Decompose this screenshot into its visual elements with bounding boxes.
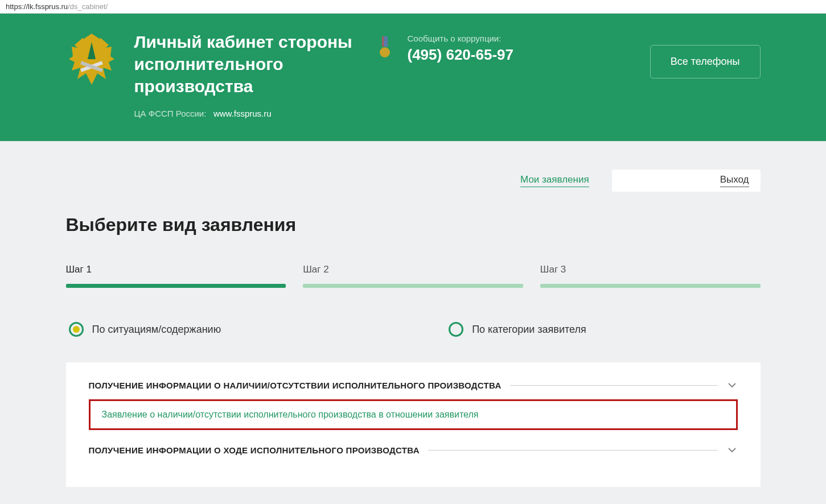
my-applications-link[interactable]: Мои заявления: [520, 174, 589, 187]
radio-icon: [449, 322, 463, 337]
step-label: Шаг 3: [540, 264, 761, 275]
chevron-down-icon: [726, 379, 738, 391]
fssp-emblem-icon: [66, 31, 117, 88]
step-bar: [303, 284, 523, 288]
step-bar: [66, 284, 286, 288]
radio-label: По категории заявителя: [472, 324, 586, 336]
section-progress-info: ПОЛУЧЕНИЕ ИНФОРМАЦИИ О ХОДЕ ИСПОЛНИТЕЛЬН…: [89, 444, 738, 456]
step-bar: [540, 284, 761, 288]
site-title: Личный кабинет стороны исполнительного п…: [134, 31, 373, 97]
step-1[interactable]: Шаг 1: [66, 264, 286, 288]
contact-label: Сообщить о коррупции:: [408, 34, 513, 43]
url-bar[interactable]: https://lk.fssprus.ru/ds_cabinet/: [0, 0, 826, 14]
contact-phone: (495) 620-65-97: [408, 46, 513, 64]
step-label: Шаг 2: [303, 264, 523, 275]
radio-by-category[interactable]: По категории заявителя: [449, 322, 586, 337]
page-title: Выберите вид заявления: [66, 214, 761, 236]
step-2[interactable]: Шаг 2: [303, 264, 523, 288]
radio-icon: [69, 322, 84, 337]
subtitle-link[interactable]: www.fssprus.ru: [213, 109, 272, 118]
svg-rect-3: [382, 36, 384, 47]
divider: [510, 385, 718, 386]
url-host: https://lk.fssprus.ru: [6, 2, 68, 11]
header: Личный кабинет стороны исполнительного п…: [0, 14, 826, 141]
section-header[interactable]: ПОЛУЧЕНИЕ ИНФОРМАЦИИ О ХОДЕ ИСПОЛНИТЕЛЬН…: [89, 444, 738, 456]
step-label: Шаг 1: [66, 264, 286, 275]
all-phones-button[interactable]: Все телефоны: [650, 45, 761, 79]
radio-label: По ситуациям/содержанию: [92, 324, 221, 336]
divider: [428, 450, 718, 451]
step-3[interactable]: Шаг 3: [540, 264, 761, 288]
application-link[interactable]: Заявление о наличии/отсутствии исполните…: [102, 410, 479, 419]
user-name: [623, 176, 709, 186]
highlighted-application: Заявление о наличии/отсутствии исполните…: [89, 399, 738, 430]
top-nav: Мои заявления Выход: [66, 141, 761, 214]
url-path: /ds_cabinet/: [68, 2, 108, 11]
subtitle-prefix: ЦА ФССП России:: [134, 109, 207, 118]
logout-link[interactable]: Выход: [720, 174, 749, 187]
radio-group: По ситуациям/содержанию По категории зая…: [66, 322, 761, 337]
medal-icon: [379, 36, 391, 59]
applications-panel: ПОЛУЧЕНИЕ ИНФОРМАЦИИ О НАЛИЧИИ/ОТСУТСТВИ…: [66, 362, 761, 487]
steps: Шаг 1 Шаг 2 Шаг 3: [66, 264, 761, 288]
chevron-down-icon: [726, 444, 738, 456]
section-presence-info: ПОЛУЧЕНИЕ ИНФОРМАЦИИ О НАЛИЧИИ/ОТСУТСТВИ…: [89, 379, 738, 430]
user-area: Выход: [612, 170, 761, 192]
section-title: ПОЛУЧЕНИЕ ИНФОРМАЦИИ О ХОДЕ ИСПОЛНИТЕЛЬН…: [89, 445, 420, 455]
radio-by-situation[interactable]: По ситуациям/содержанию: [69, 322, 221, 337]
svg-point-4: [380, 47, 390, 57]
section-header[interactable]: ПОЛУЧЕНИЕ ИНФОРМАЦИИ О НАЛИЧИИ/ОТСУТСТВИ…: [89, 379, 738, 391]
section-title: ПОЛУЧЕНИЕ ИНФОРМАЦИИ О НАЛИЧИИ/ОТСУТСТВИ…: [89, 381, 502, 390]
